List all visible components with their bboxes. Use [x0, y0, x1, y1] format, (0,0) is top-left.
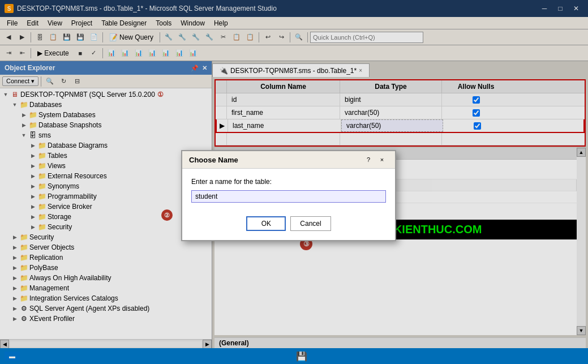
dialog-help-button[interactable]: ? [362, 155, 375, 165]
dialog-buttons: OK Cancel [182, 212, 395, 240]
dialog-ok-button[interactable]: OK [246, 216, 286, 231]
dialog-label-text: Enter a name for the table: [191, 178, 386, 186]
dialog-title-text: Choose Name [189, 156, 238, 164]
choose-name-dialog: Choose Name ? × Enter a name for the tab… [181, 150, 396, 241]
dialog-cancel-button[interactable]: Cancel [290, 216, 331, 231]
dialog-close-button[interactable]: × [376, 155, 388, 165]
dialog-overlay: Choose Name ? × Enter a name for the tab… [0, 0, 588, 348]
dialog-title-controls: ? × [362, 155, 388, 165]
dialog-body: Enter a name for the table: [182, 169, 395, 212]
table-name-input[interactable] [191, 190, 386, 203]
dialog-title-bar: Choose Name ? × [182, 151, 395, 169]
